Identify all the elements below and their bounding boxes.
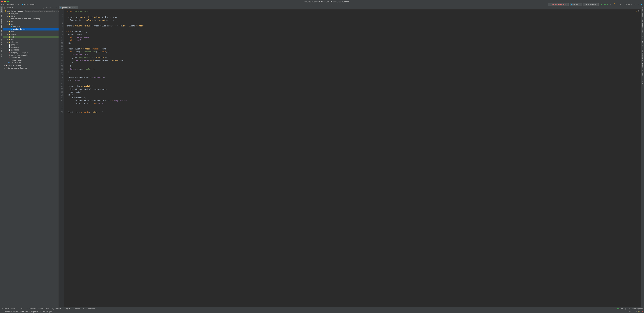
- device-selector[interactable]: ▢ <no device selected> ▼: [548, 3, 569, 6]
- tree-row[interactable]: ◆product_list.dart: [3, 28, 58, 30]
- tree-row[interactable]: ▸📁linux: [3, 30, 58, 33]
- bottom-tool-tab[interactable]: >_Terminal: [52, 308, 61, 310]
- run-config-selector[interactable]: ◆ main.dart ▼: [570, 3, 582, 6]
- tree-row[interactable]: ▸📁test: [3, 36, 58, 38]
- close-window-button[interactable]: [1, 0, 3, 2]
- coverage-button[interactable]: [606, 3, 610, 6]
- tree-arrow-icon[interactable]: ▸: [7, 15, 8, 17]
- tree-row[interactable]: ◆main.dart: [3, 25, 58, 28]
- tree-row[interactable]: ▸📁web: [3, 38, 58, 41]
- bottom-tool-tab[interactable]: ⎇Version Control: [1, 308, 15, 310]
- debug-button[interactable]: [604, 3, 606, 6]
- tree-item-label: ios: [11, 20, 13, 22]
- collapse-all-button[interactable]: [48, 6, 51, 9]
- hide-panel-button[interactable]: [55, 6, 58, 9]
- right-tool-tab[interactable]: Flutter Performance: [642, 18, 644, 34]
- left-tool-tab[interactable]: Build Variants: [0, 46, 2, 58]
- tree-arrow-icon[interactable]: ▸: [7, 31, 8, 33]
- line-number-gutter[interactable]: 1234567891011121314151617181920212223242…: [59, 10, 64, 307]
- right-tool-tab[interactable]: Device Manager: [642, 34, 644, 48]
- line-separator[interactable]: LF: [632, 311, 634, 312]
- select-opened-file-button[interactable]: [42, 6, 45, 9]
- breadcrumb-dir[interactable]: lib: [17, 4, 19, 5]
- breadcrumb-file[interactable]: product_list.dart: [24, 4, 35, 5]
- tree-item-icon: ≡: [8, 57, 10, 59]
- bottom-tool-tab[interactable]: ≡Logcat: [63, 308, 70, 310]
- emulator-selector[interactable]: ▢ Pixel 3 API 32 ▼: [583, 3, 598, 6]
- code-editor[interactable]: import 'dart:convert'; ProductList produ…: [64, 10, 641, 307]
- tree-arrow-icon[interactable]: ▸: [7, 20, 8, 22]
- editor-tab[interactable]: ◆ product_list.dart ×: [59, 6, 78, 9]
- flutter-attach-button[interactable]: [640, 3, 643, 6]
- readonly-toggle-icon[interactable]: 🔒: [638, 311, 640, 312]
- tree-row[interactable]: ▸📁.idea: [3, 15, 58, 18]
- left-tool-tab[interactable]: Structure: [0, 29, 2, 38]
- search-everywhere-button[interactable]: [634, 3, 637, 6]
- expand-all-button[interactable]: [45, 6, 48, 9]
- avd-manager-button[interactable]: [624, 3, 627, 6]
- profile-button[interactable]: [610, 3, 613, 6]
- minimize-window-button[interactable]: [4, 0, 6, 2]
- inspection-widget[interactable]: ✓ ⚠ 8 ˇ: [634, 10, 640, 12]
- status-bar: ▢ Component: Android SDK Platform 33 // …: [0, 310, 644, 313]
- settings-button[interactable]: [637, 3, 640, 6]
- panel-settings-button[interactable]: [52, 6, 54, 9]
- tree-arrow-icon[interactable]: ▸: [7, 18, 8, 20]
- left-tool-tab[interactable]: Project: [0, 6, 2, 13]
- stop-button[interactable]: [619, 3, 622, 6]
- run-button[interactable]: [600, 3, 603, 6]
- bottom-tool-tab[interactable]: ◆Dart Analysis: [38, 308, 50, 310]
- left-tool-tab[interactable]: Resource Manager: [0, 13, 2, 29]
- tree-item-icon: 📁: [8, 36, 10, 38]
- tree-row[interactable]: 📄.packages: [3, 48, 58, 51]
- close-tab-button[interactable]: ×: [75, 7, 76, 9]
- bottom-tool-tab[interactable]: ◷Profiler: [72, 308, 80, 310]
- tool-windows-toggle-icon[interactable]: ▢: [1, 311, 2, 312]
- tree-row[interactable]: ▸📁ios: [3, 20, 58, 23]
- tree-row[interactable]: 📄.metadata: [3, 46, 58, 48]
- right-tool-tab[interactable]: Device File Explorer: [642, 62, 644, 78]
- tree-row[interactable]: ≡pubspec.yaml: [3, 59, 58, 62]
- indent-indicator[interactable]: ⇥: [635, 311, 636, 312]
- hot-restart-button[interactable]: [616, 3, 619, 6]
- tree-arrow-icon[interactable]: ▸: [7, 33, 8, 36]
- tree-arrow-icon[interactable]: ▾: [7, 23, 8, 25]
- tree-row[interactable]: ▸▣android [json_to_dart_demo_android]: [3, 18, 58, 20]
- tree-row[interactable]: M↓README.md: [3, 62, 58, 64]
- tree-arrow-icon[interactable]: ▸: [7, 13, 8, 15]
- maximize-window-button[interactable]: [7, 0, 9, 2]
- tree-row-root[interactable]: ▾⚡json_to_dart_demo~/Documents/projects/…: [3, 10, 58, 12]
- sdk-manager-button[interactable]: [628, 3, 630, 6]
- breadcrumb-root[interactable]: json_to_dart_demo: [1, 4, 14, 5]
- right-tool-tab[interactable]: Flutter Inspector: [642, 48, 644, 62]
- caret-position[interactable]: 137:3: [626, 311, 631, 312]
- breadcrumb[interactable]: json_to_dart_demo 〉 lib 〉 ◆ product_list…: [1, 3, 548, 6]
- left-tool-tab[interactable]: Favorites: [0, 38, 2, 46]
- bottom-tool-tab[interactable]: ☑TODO: [17, 308, 25, 310]
- tree-row[interactable]: ▣json_to_dart_demo.iml: [3, 54, 58, 56]
- tree-row[interactable]: 📄.gitignore: [3, 44, 58, 46]
- event-log-button[interactable]: 1 Event Log: [616, 308, 627, 310]
- tree-arrow-icon[interactable]: ▸: [7, 36, 8, 38]
- tree-row[interactable]: ▸📁.dart_tool: [3, 12, 58, 15]
- right-tool-tab[interactable]: Emulator: [642, 78, 644, 87]
- bottom-tool-tab[interactable]: ⊘Problems: [26, 308, 36, 310]
- tree-row[interactable]: ≡pubspec.lock: [3, 56, 58, 59]
- hot-reload-button[interactable]: [613, 3, 616, 6]
- tree-arrow-icon[interactable]: ▸: [7, 41, 8, 43]
- sync-button[interactable]: [631, 3, 634, 6]
- tree-item-label: macos: [11, 33, 16, 36]
- tree-row[interactable]: ▾📁lib: [3, 23, 58, 25]
- right-tool-tab[interactable]: Flutter Outline: [642, 6, 644, 18]
- project-tree[interactable]: ▾⚡json_to_dart_demo~/Documents/projects/…: [3, 10, 58, 307]
- tree-row[interactable]: ▸📁macos: [3, 33, 58, 36]
- tree-arrow-icon[interactable]: ▸: [7, 38, 8, 40]
- layout-inspector-button[interactable]: ▦ Layout Inspector: [628, 308, 643, 310]
- tree-row[interactable]: ≡analysis_options.yaml: [3, 51, 58, 54]
- project-view-mode[interactable]: Project: [6, 7, 11, 9]
- bottom-tool-tab[interactable]: ▣App Inspection: [82, 308, 96, 310]
- process-indicator-icon[interactable]: [642, 311, 643, 312]
- tree-row[interactable]: ▸📚External Libraries: [3, 64, 58, 67]
- tree-row[interactable]: ▸📁windows: [3, 41, 58, 44]
- tree-row[interactable]: ▸✎Scratches and Consoles: [3, 67, 58, 69]
